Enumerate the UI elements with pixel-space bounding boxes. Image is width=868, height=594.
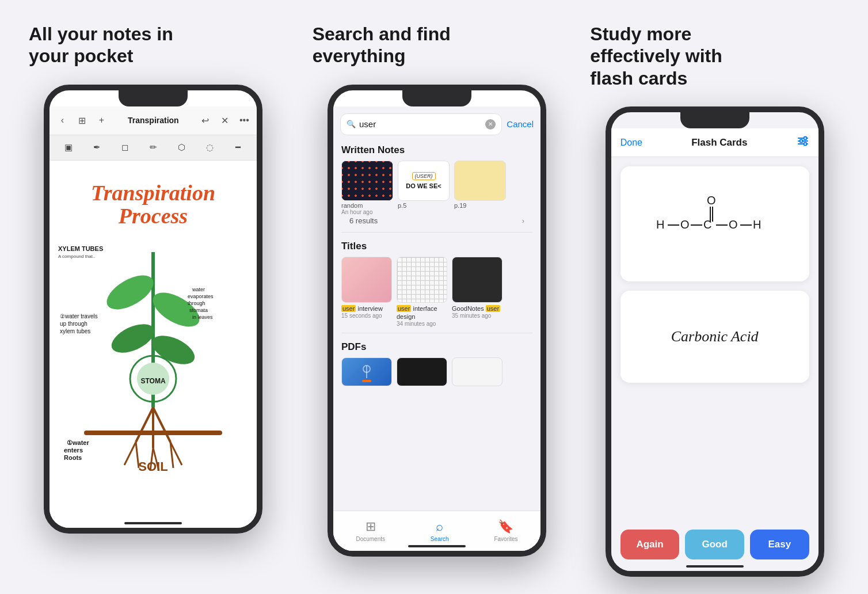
written-note-3[interactable]: p.19 bbox=[454, 161, 506, 215]
app-container: All your notes inyour pocket ‹ ⊞ + Trans… bbox=[0, 0, 868, 594]
search-clear-button[interactable]: ✕ bbox=[485, 119, 496, 130]
svg-text:xylem tubes: xylem tubes bbox=[60, 328, 90, 334]
flash-done-button[interactable]: Done bbox=[620, 138, 642, 148]
svg-line-15 bbox=[124, 442, 136, 465]
search-results-arrow: › bbox=[522, 216, 524, 225]
written-note-1[interactable]: random An hour ago bbox=[341, 161, 393, 215]
panel-3: Study moreeffectively withflash cards Do… bbox=[578, 0, 856, 594]
svg-text:Transpiration: Transpiration bbox=[91, 181, 215, 205]
svg-text:stomata: stomata bbox=[189, 307, 208, 313]
flash-settings-icon[interactable] bbox=[797, 135, 809, 150]
nav-search[interactable]: ⌕ Search bbox=[431, 519, 449, 542]
svg-text:through: through bbox=[188, 300, 205, 306]
svg-text:in leaves: in leaves bbox=[192, 314, 213, 320]
close-icon[interactable]: ✕ bbox=[216, 112, 233, 128]
back-icon[interactable]: ‹ bbox=[54, 112, 70, 128]
again-button[interactable]: Again bbox=[620, 530, 680, 559]
undo-icon[interactable]: ↩ bbox=[197, 112, 213, 128]
svg-text:STOMA: STOMA bbox=[141, 377, 166, 385]
panel-3-title: Study moreeffectively withflash cards bbox=[590, 23, 839, 89]
phone-content-1: ‹ ⊞ + Transpiration ↩ ✕ ••• ▣ ✒ bbox=[50, 90, 257, 528]
title-item-1[interactable]: user interview 15 seconds ago bbox=[341, 257, 392, 328]
title-item-2[interactable]: user interface design 34 minutes ago bbox=[397, 257, 447, 328]
home-bar-1[interactable] bbox=[124, 522, 182, 524]
pdfs-thumbnails bbox=[341, 357, 532, 386]
svg-point-7 bbox=[108, 318, 159, 359]
panel-1-title: All your notes inyour pocket bbox=[29, 23, 278, 67]
nav-documents[interactable]: ⊞ Documents bbox=[356, 519, 385, 542]
pen-tool[interactable]: ✒ bbox=[87, 138, 106, 157]
good-button[interactable]: Good bbox=[685, 530, 744, 559]
divider-2 bbox=[341, 333, 532, 333]
pdf-icon-1 bbox=[358, 363, 375, 380]
flash-header: Done Flash Cards bbox=[611, 128, 818, 157]
panel-1: All your notes inyour pocket ‹ ⊞ + Trans… bbox=[12, 0, 295, 594]
written-note-1-label: random bbox=[341, 202, 393, 209]
pdf-item-2[interactable] bbox=[397, 357, 447, 386]
select-tool[interactable]: ▣ bbox=[59, 138, 78, 157]
svg-text:H: H bbox=[656, 218, 664, 231]
eraser-tool[interactable]: ◻ bbox=[116, 138, 134, 157]
settings-sliders-icon bbox=[797, 135, 809, 147]
pdfs-section: PDFs bbox=[333, 337, 540, 389]
favorites-label: Favorites bbox=[494, 536, 517, 542]
shape-tool[interactable]: ⬡ bbox=[172, 138, 191, 157]
flash-phone: Done Flash Cards bbox=[606, 106, 824, 577]
divider-1 bbox=[341, 232, 532, 233]
pdf-item-3[interactable] bbox=[452, 357, 502, 386]
home-bar-3[interactable] bbox=[686, 565, 744, 568]
grid-icon[interactable]: ⊞ bbox=[74, 112, 90, 128]
titles-section: Titles user interview 15 seconds ago bbox=[333, 236, 540, 330]
more-icon[interactable]: ••• bbox=[236, 112, 252, 128]
svg-text:up through: up through bbox=[60, 321, 87, 327]
pdf-item-2-img bbox=[397, 357, 447, 386]
highlighter-tool[interactable]: ✏ bbox=[144, 138, 162, 157]
written-note-3-label: p.19 bbox=[454, 202, 506, 209]
svg-text:O: O bbox=[680, 218, 690, 231]
svg-text:A compound that..: A compound that.. bbox=[58, 254, 96, 259]
search-results-row[interactable]: 6 results › bbox=[341, 215, 532, 226]
nav-favorites[interactable]: 🔖 Favorites bbox=[494, 519, 517, 542]
thumb-dots-pattern bbox=[342, 161, 393, 200]
search-cancel-button[interactable]: Cancel bbox=[507, 119, 534, 129]
toolbar-right: ↩ ✕ ••• bbox=[197, 112, 252, 128]
written-notes-thumbnails: random An hour ago (USER) DO WE SE< p.5 bbox=[341, 161, 532, 215]
add-icon[interactable]: + bbox=[93, 112, 109, 128]
lasso-tool[interactable]: ◌ bbox=[201, 138, 219, 157]
grid-pattern bbox=[397, 257, 447, 302]
svg-line-14 bbox=[153, 408, 170, 442]
search-bar-row: 🔍 user ✕ Cancel bbox=[333, 106, 540, 140]
written-note-1-time: An hour ago bbox=[341, 209, 393, 215]
written-note-2-img: (USER) DO WE SE< bbox=[398, 161, 450, 201]
user-highlight-2: user bbox=[397, 305, 411, 312]
svg-text:Roots: Roots bbox=[64, 454, 82, 461]
svg-line-12 bbox=[136, 408, 153, 442]
phone-notch-3 bbox=[680, 112, 749, 128]
title-item-2-time: 34 minutes ago bbox=[397, 321, 447, 327]
search-icon: ⌕ bbox=[436, 519, 443, 534]
note-toolbar: ‹ ⊞ + Transpiration ↩ ✕ ••• bbox=[50, 106, 257, 135]
svg-text:①water: ①water bbox=[67, 439, 89, 446]
svg-point-5 bbox=[101, 268, 159, 316]
written-note-2[interactable]: (USER) DO WE SE< p.5 bbox=[398, 161, 450, 215]
search-field-icon: 🔍 bbox=[347, 120, 356, 128]
phone-mockup-2: 🔍 user ✕ Cancel Written Notes bbox=[328, 85, 546, 557]
svg-text:enters: enters bbox=[64, 447, 83, 454]
stroke-tool[interactable]: ━ bbox=[229, 138, 248, 157]
svg-text:O: O bbox=[729, 218, 738, 231]
flash-title: Flash Cards bbox=[691, 137, 747, 148]
search-field[interactable]: 🔍 user ✕ bbox=[340, 113, 502, 135]
search-field-text: user bbox=[359, 119, 482, 129]
home-bar-2[interactable] bbox=[408, 545, 466, 547]
chemical-card[interactable]: H O C O O bbox=[620, 166, 809, 281]
note-canvas: Transpiration Process XYLEM TUBES A comp… bbox=[50, 161, 257, 528]
title-item-3[interactable]: GoodNotes user 35 minutes ago bbox=[452, 257, 502, 328]
titles-section-title: Titles bbox=[341, 241, 532, 252]
answer-card[interactable]: Carbonic Acid bbox=[620, 291, 809, 383]
title-item-1-time: 15 seconds ago bbox=[341, 313, 392, 319]
written-notes-title: Written Notes bbox=[341, 144, 532, 156]
user-highlight: (USER) bbox=[412, 172, 436, 180]
easy-button[interactable]: Easy bbox=[750, 530, 809, 559]
pdf-item-1[interactable] bbox=[341, 357, 392, 386]
written-note-1-img bbox=[341, 161, 393, 201]
